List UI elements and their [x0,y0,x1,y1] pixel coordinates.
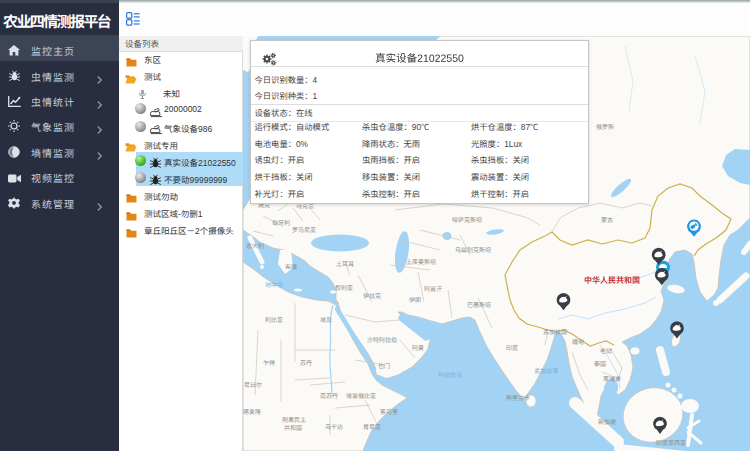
svg-text:伊朗: 伊朗 [409,296,421,303]
svg-text:老挝: 老挝 [600,347,612,354]
svg-text:印度: 印度 [506,344,518,351]
svg-text:伊拉克: 伊拉克 [363,292,381,299]
svg-text:新加坡: 新加坡 [598,418,616,425]
svg-text:泰国: 泰国 [594,360,606,367]
svg-text:匈牙利: 匈牙利 [272,220,290,226]
svg-text:索马里: 索马里 [380,408,398,415]
svg-text:乍得: 乍得 [263,359,275,366]
svg-text:肯尼亚: 肯尼亚 [363,423,381,430]
svg-text:刚果民主: 刚果民主 [282,417,306,423]
svg-text:叙利亚: 叙利亚 [335,284,353,291]
svg-text:孟加拉湾: 孟加拉湾 [534,367,558,374]
svg-text:土耳其: 土耳其 [336,260,354,267]
svg-text:孟加拉国: 孟加拉国 [543,328,567,335]
svg-text:土库曼斯坦: 土库曼斯坦 [406,258,436,265]
svg-text:也门: 也门 [378,362,390,369]
svg-text:俄罗斯: 俄罗斯 [596,123,614,130]
svg-text:尼日尔: 尼日尔 [244,381,262,388]
svg-text:地中海: 地中海 [265,281,283,288]
svg-text:意大利: 意大利 [246,242,264,249]
svg-text:沙特阿拉伯: 沙特阿拉伯 [367,336,397,343]
svg-text:苏丹: 苏丹 [300,359,312,366]
svg-text:乌干达: 乌干达 [325,423,343,430]
svg-text:印度尼西亚: 印度尼西亚 [656,439,686,446]
svg-text:斯里兰卡: 斯里兰卡 [506,394,530,401]
svg-text:缅甸: 缅甸 [572,338,584,345]
svg-text:埃塞俄比亚: 埃塞俄比亚 [346,392,376,399]
svg-text:阿富汗: 阿富汗 [424,285,442,292]
svg-text:喀麦隆: 喀麦隆 [243,408,261,415]
svg-text:阿曼: 阿曼 [412,345,424,351]
svg-text:柬埔寨: 柬埔寨 [603,375,621,382]
svg-text:南苏丹: 南苏丹 [320,392,338,399]
svg-text:巴基斯坦: 巴基斯坦 [467,301,491,308]
svg-text:蒙古: 蒙古 [601,216,613,223]
svg-text:乌兹别克斯坦: 乌兹别克斯坦 [455,246,491,253]
svg-text:罗马尼亚: 罗马尼亚 [292,227,316,233]
svg-text:哈萨克斯坦: 哈萨克斯坦 [452,216,482,223]
svg-text:共和国: 共和国 [284,425,302,431]
svg-text:阿拉伯海: 阿拉伯海 [438,371,462,378]
svg-text:利比亚: 利比亚 [265,317,283,323]
svg-text:埃及: 埃及 [320,316,332,323]
svg-text:希腊: 希腊 [285,263,297,270]
